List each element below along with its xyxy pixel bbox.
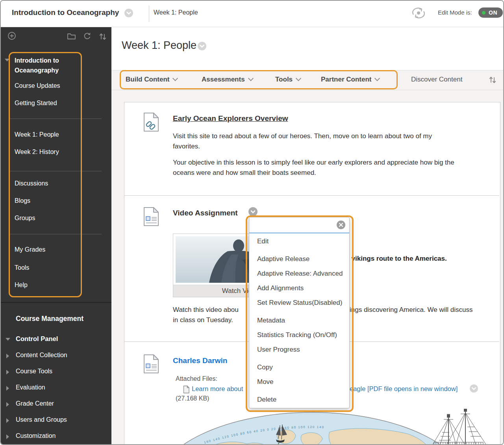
sidebar-item-groups[interactable]: Groups (15, 215, 35, 222)
attached-files-label: Attached Files: (176, 375, 217, 382)
chevron-down-icon (248, 76, 254, 81)
sidebar-item-week2[interactable]: Week 2: History (15, 148, 59, 156)
sort-items-icon[interactable] (489, 75, 497, 85)
menu-item-statistics-tracking[interactable]: Statistics Tracking (On/Off) (249, 328, 349, 342)
item-title-charles-darwin[interactable]: Charles Darwin (173, 356, 227, 365)
pdf-link-left[interactable]: Learn more about (192, 385, 243, 393)
add-menu-item-icon[interactable] (7, 32, 16, 42)
menu-item-user-progress[interactable]: User Progress (249, 342, 349, 357)
video-description-line1-left: Watch this video abou (173, 305, 239, 315)
text-line: Visit this site to read about a few of o… (173, 131, 432, 141)
text-line: oceans were and how small their boats se… (173, 168, 454, 178)
text-line: Your objective in this lesson is to simp… (173, 158, 454, 168)
sidebar-item-customization[interactable]: Customization (16, 432, 56, 439)
top-bar: Introduction to Oceanography Week 1: Peo… (1, 1, 503, 27)
student-preview-icon[interactable] (411, 7, 426, 21)
menu-item-add-alignments[interactable]: Add Alignments (249, 281, 349, 295)
sidebar-item-course-home[interactable]: Introduction to Oceanography (15, 56, 76, 75)
assessments-label: Assessments (202, 76, 245, 83)
sidebar-item-course-updates[interactable]: Course Updates (15, 82, 60, 89)
video-assignment-chevron-icon[interactable] (248, 207, 258, 218)
build-content-dropdown[interactable]: Build Content (126, 76, 177, 83)
sidebar-divider (9, 119, 102, 119)
tools-dropdown[interactable]: Tools (275, 76, 300, 83)
sidebar-item-content-collection[interactable]: Content Collection (16, 352, 67, 359)
sidebar-item-control-panel[interactable]: Control Panel (16, 335, 58, 343)
context-menu-header (249, 217, 349, 234)
partner-content-dropdown[interactable]: Partner Content (321, 76, 379, 83)
text-line: favorites. (173, 141, 432, 152)
sidebar-item-evaluation[interactable]: Evaluation (16, 384, 45, 391)
menu-item-adaptive-release-advanced[interactable]: Adaptive Release: Advanced (249, 266, 349, 281)
ship-sketch-image (428, 409, 487, 445)
partner-content-label: Partner Content (321, 76, 371, 83)
close-icon[interactable] (337, 221, 345, 231)
edit-mode-value: ON (489, 9, 497, 16)
discover-content-button[interactable]: Discover Content (411, 76, 462, 83)
video-description-line1-right: ings discovering America. We will discus… (350, 305, 472, 315)
course-title: Introduction to Oceanography (12, 8, 119, 17)
build-content-label: Build Content (126, 76, 169, 83)
edit-mode-green-dot (482, 11, 485, 15)
sidebar-item-week1[interactable]: Week 1: People (15, 131, 59, 138)
refresh-icon[interactable] (83, 32, 91, 42)
menu-item-move[interactable]: Move (249, 375, 349, 389)
sidebar-item-discussions[interactable]: Discussions (15, 180, 48, 187)
sidebar-item-users-and-groups[interactable]: Users and Groups (16, 416, 67, 423)
voyage-map-image: 160 140 120 100 80 60 40 20 0 20 40 60 8… (180, 410, 444, 445)
expand-caret[interactable] (6, 354, 9, 358)
explorers-paragraph-1: Visit this site to read about a few of o… (173, 131, 432, 152)
menu-item-adaptive-release[interactable]: Adaptive Release (249, 252, 349, 266)
chevron-down-icon (374, 76, 380, 81)
pdf-link-chevron-icon[interactable] (470, 384, 478, 394)
item-divider (124, 195, 499, 196)
edit-mode-toggle[interactable]: ON (478, 7, 503, 18)
page-title: Week 1: People (122, 39, 196, 52)
item-title-early-ocean-explorers[interactable]: Early Ocean Explorers Overview (173, 114, 288, 123)
video-caption-fragment: he vikings route to the Americas. (342, 255, 447, 263)
expand-caret[interactable] (6, 418, 9, 423)
breadcrumb[interactable]: Week 1: People (154, 9, 198, 16)
reorder-arrows-icon[interactable] (99, 32, 107, 42)
sidebar-item-my-grades[interactable]: My Grades (15, 246, 45, 253)
folder-icon[interactable] (67, 32, 76, 41)
context-menu-list: Edit Adaptive Release Adaptive Release: … (249, 234, 349, 407)
expand-caret[interactable] (6, 386, 9, 391)
sidebar-divider (9, 171, 102, 171)
expand-caret[interactable] (6, 434, 9, 439)
item-context-menu: Edit Adaptive Release Adaptive Release: … (249, 217, 350, 408)
menu-item-copy[interactable]: Copy (249, 360, 349, 375)
chevron-down-icon (296, 76, 301, 81)
item-title-video-assignment: Video Assignment (173, 209, 238, 217)
menu-item-edit[interactable]: Edit (249, 234, 349, 248)
expand-caret[interactable] (6, 370, 9, 375)
file-size: (27.168 KB) (176, 395, 209, 402)
content-item-icon (143, 207, 160, 228)
chevron-down-icon (172, 76, 178, 81)
menu-item-set-review-status[interactable]: Set Review Status(Disabled) (249, 295, 349, 310)
control-panel-caret[interactable] (6, 338, 10, 341)
menu-item-delete[interactable]: Delete (249, 392, 349, 407)
sidebar-item-getting-started[interactable]: Getting Started (15, 100, 57, 107)
tools-label: Tools (275, 76, 293, 83)
sidebar: Introduction to Oceanography Course Upda… (1, 27, 111, 445)
pdf-link-right[interactable]: eagle [PDF file opens in new window] (350, 385, 458, 393)
sidebar-item-tools[interactable]: Tools (15, 264, 29, 271)
content-item-icon (143, 354, 160, 375)
course-menu-chevron-icon[interactable] (124, 9, 133, 19)
expand-caret[interactable] (6, 402, 9, 407)
sidebar-item-course-tools[interactable]: Course Tools (16, 368, 52, 375)
page-title-chevron-icon[interactable] (198, 42, 206, 52)
sidebar-item-help[interactable]: Help (15, 282, 28, 289)
edit-mode-label: Edit Mode is: (438, 9, 472, 16)
menu-item-metadata[interactable]: Metadata (249, 313, 349, 328)
link-document-icon (143, 112, 160, 134)
sidebar-divider (9, 234, 102, 234)
collapse-course-menu-caret[interactable] (5, 59, 9, 61)
video-description-line2: in class on Tuesday. (173, 315, 233, 325)
sidebar-item-grade-center[interactable]: Grade Center (16, 400, 54, 407)
assessments-dropdown[interactable]: Assessments (202, 76, 253, 83)
sidebar-item-blogs[interactable]: Blogs (15, 197, 30, 204)
blackboard-window: Introduction to Oceanography Week 1: Peo… (0, 0, 504, 445)
breadcrumb-divider (149, 6, 149, 22)
